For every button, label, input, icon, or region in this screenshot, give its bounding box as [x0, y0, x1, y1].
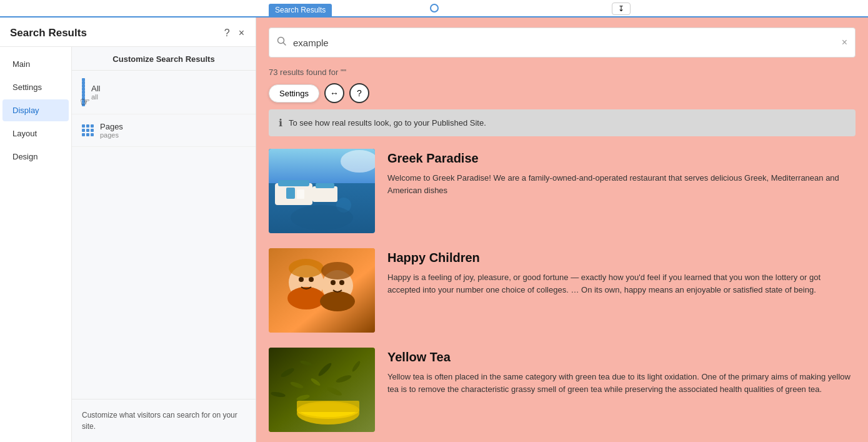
search-bar[interactable]: example ×	[269, 28, 856, 58]
result-image-tea	[269, 348, 375, 432]
info-bar: ℹ To see how real results look, go to yo…	[269, 109, 856, 136]
panel-footer: Customize what visitors can search for o…	[72, 399, 256, 442]
svg-point-19	[309, 277, 314, 282]
customize-panel: Customize Search Results	[72, 47, 256, 442]
svg-point-17	[320, 291, 355, 311]
help-circle-button[interactable]: ?	[349, 83, 369, 103]
grid-dot	[82, 100, 85, 103]
sidebar-item-design[interactable]: Design	[2, 146, 69, 168]
svg-rect-9	[312, 186, 337, 202]
preview-area: example × 73 results found for "" Settin…	[256, 18, 868, 442]
resize-button[interactable]: ↔	[324, 83, 344, 103]
settings-bar: Settings ↔ ?	[269, 83, 856, 103]
grid-dot	[86, 133, 89, 136]
search-clear-button[interactable]: ×	[842, 37, 847, 48]
search-icon	[277, 36, 287, 49]
result-title-greek: Greek Paradise	[387, 151, 856, 166]
svg-point-16	[287, 287, 325, 309]
svg-point-21	[339, 280, 344, 285]
left-nav: Main Settings Display Layout Design	[0, 47, 72, 442]
search-type-all-name: All	[91, 84, 100, 93]
result-content-greek: Greek Paradise Welcome to Greek Paradise…	[387, 149, 856, 233]
svg-point-20	[331, 280, 336, 285]
info-icon: ℹ	[279, 117, 282, 129]
grid-icon-all	[82, 78, 85, 106]
settings-popup-button[interactable]: Settings	[269, 84, 319, 103]
svg-point-22	[289, 259, 324, 278]
result-desc-greek: Welcome to Greek Paradise! We are a fami…	[387, 172, 856, 196]
result-title-children: Happy Children	[387, 251, 856, 265]
main-layout: Search Results ? × Main Settings Display…	[0, 18, 868, 442]
result-desc-children: Happy is a feeling of joy, pleasure, or …	[387, 271, 856, 296]
help-button[interactable]: ?	[223, 26, 231, 40]
grid-dot	[82, 124, 85, 128]
result-item-greek-paradise: Greek Paradise Welcome to Greek Paradise…	[269, 149, 856, 233]
grid-dot	[91, 129, 94, 132]
result-desc-tea: Yellow tea is often placed in the same c…	[387, 371, 856, 395]
result-image-children	[269, 248, 375, 333]
search-value[interactable]: example	[293, 38, 842, 48]
download-icon[interactable]: ↧	[612, 3, 631, 15]
top-bar-handle	[430, 4, 439, 13]
result-image-greek	[269, 149, 375, 233]
svg-rect-10	[316, 183, 334, 188]
info-message: To see how real results look, go to your…	[289, 118, 486, 128]
svg-point-23	[321, 262, 354, 279]
result-item-happy-children: Happy Children Happy is a feeling of joy…	[269, 248, 856, 333]
grid-dot	[82, 133, 85, 136]
svg-point-18	[299, 277, 304, 282]
grid-dot	[91, 124, 94, 128]
search-type-all-sub: all	[91, 93, 100, 101]
result-title-tea: Yellow Tea	[387, 350, 856, 364]
top-bar: Search Results ↧	[0, 0, 868, 18]
top-bar-tab: Search Results	[269, 4, 332, 16]
svg-rect-7	[286, 188, 295, 199]
grid-dot	[82, 103, 85, 106]
result-item-yellow-tea: Yellow Tea Yellow tea is often placed in…	[269, 348, 856, 432]
result-content-tea: Yellow Tea Yellow tea is often placed in…	[387, 348, 856, 432]
panel-body: Main Settings Display Layout Design Cust…	[0, 47, 256, 442]
panel-header-icons: ? ×	[223, 26, 246, 40]
svg-rect-6	[278, 180, 309, 186]
close-button[interactable]: ×	[237, 26, 246, 40]
sidebar-item-layout[interactable]: Layout	[2, 123, 69, 144]
grid-dot	[86, 124, 89, 128]
sidebar-item-display[interactable]: Display	[2, 99, 69, 121]
search-type-all[interactable]: All all	[72, 71, 256, 114]
search-type-all-info: All all	[91, 84, 100, 101]
grid-icon-pages	[82, 124, 94, 136]
panel-title: Search Results	[10, 27, 87, 39]
result-content-children: Happy Children Happy is a feeling of joy…	[387, 248, 856, 333]
search-type-pages-sub: pages	[100, 131, 123, 139]
grid-dot	[82, 129, 85, 132]
svg-rect-38	[297, 401, 359, 412]
left-panel: Search Results ? × Main Settings Display…	[0, 18, 256, 442]
svg-line-1	[284, 43, 286, 46]
search-type-pages-name: Pages	[100, 122, 123, 131]
sidebar-item-main[interactable]: Main	[2, 53, 69, 75]
sidebar-item-settings[interactable]: Settings	[2, 76, 69, 98]
grid-dot	[82, 94, 85, 97]
search-type-pages-info: Pages pages	[100, 122, 123, 139]
search-type-pages[interactable]: Pages pages	[72, 114, 256, 147]
results-list: Greek Paradise Welcome to Greek Paradise…	[269, 149, 856, 432]
grid-dot	[82, 97, 85, 100]
results-count: 73 results found for ""	[269, 68, 856, 77]
svg-point-12	[291, 205, 353, 230]
grid-dot	[91, 133, 94, 136]
panel-header: Search Results ? ×	[0, 18, 256, 47]
grid-dot	[86, 129, 89, 132]
customize-header: Customize Search Results	[72, 47, 256, 71]
svg-rect-8	[297, 189, 304, 199]
